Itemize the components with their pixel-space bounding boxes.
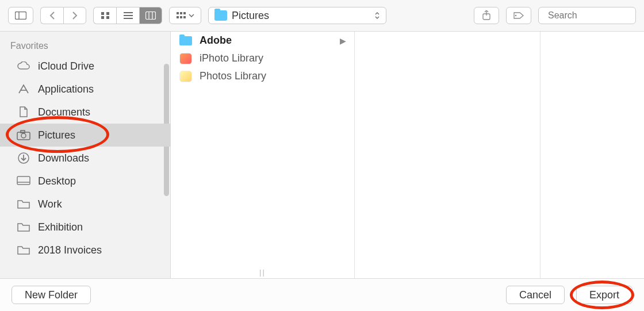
chevron-down-icon (189, 14, 194, 17)
sidebar-toggle-button[interactable] (8, 7, 33, 24)
button-label: New Folder (25, 289, 78, 301)
document-icon (16, 106, 31, 118)
sidebar-item-label: Downloads (38, 152, 89, 164)
svg-rect-9 (146, 12, 156, 20)
list-item[interactable]: Photos Library (171, 67, 354, 85)
folder-icon (179, 35, 193, 47)
sidebar-item-label: iCloud Drive (38, 60, 94, 72)
sidebar-heading: Favorites (0, 32, 170, 55)
folder-icon (16, 244, 31, 256)
list-item-label: iPhoto Library (200, 52, 346, 64)
columns-icon (145, 11, 156, 20)
column-resize-handle[interactable]: || (259, 268, 266, 277)
list-item[interactable]: Adobe ▶ (171, 32, 354, 49)
svg-rect-25 (21, 130, 25, 133)
desktop-icon (16, 175, 31, 187)
tag-icon (513, 11, 524, 20)
app-icon (179, 53, 193, 64)
svg-rect-2 (101, 12, 104, 15)
sidebar-item-2018-invoices[interactable]: 2018 Invoices (0, 239, 170, 262)
share-button[interactable] (474, 7, 499, 24)
main-split: Favorites iCloud Drive Applications Docu… (0, 32, 644, 279)
cloud-icon (16, 60, 31, 72)
sidebar-item-icloud[interactable]: iCloud Drive (0, 55, 170, 78)
folder-icon (16, 198, 31, 210)
current-folder-label: Pictures (232, 10, 370, 22)
sidebar-item-label: Exhibition (38, 221, 83, 233)
sidebar-item-applications[interactable]: Applications (0, 78, 170, 101)
forward-button[interactable] (63, 7, 86, 24)
column-0: Adobe ▶ iPhoto Library Photos Library || (171, 32, 355, 278)
sidebar-item-label: Applications (38, 83, 94, 95)
svg-rect-12 (177, 12, 179, 14)
sidebar-item-label: Pictures (38, 129, 75, 141)
camera-icon (16, 129, 31, 141)
svg-rect-17 (183, 16, 186, 18)
list-item[interactable]: iPhoto Library (171, 49, 354, 67)
updown-icon (374, 11, 380, 20)
button-label: Cancel (519, 289, 551, 301)
search-field[interactable] (538, 7, 636, 24)
view-mode-segment (93, 7, 162, 24)
sidebar-item-work[interactable]: Work (0, 193, 170, 216)
sidebar-item-desktop[interactable]: Desktop (0, 170, 170, 193)
svg-rect-13 (180, 12, 182, 14)
back-button[interactable] (40, 7, 63, 24)
footer: New Folder Cancel Export (0, 279, 644, 311)
svg-rect-4 (101, 16, 104, 19)
list-item-label: Photos Library (200, 70, 346, 82)
svg-rect-16 (180, 16, 182, 18)
svg-rect-0 (16, 12, 26, 20)
svg-point-26 (21, 133, 26, 138)
new-folder-button[interactable]: New Folder (12, 286, 91, 304)
sidebar-item-label: Work (38, 198, 62, 210)
download-icon (16, 152, 31, 164)
sidebar-item-documents[interactable]: Documents (0, 101, 170, 124)
column-1 (355, 32, 540, 278)
footer-right-group: Cancel Export (506, 286, 632, 304)
toolbar: Pictures (0, 0, 644, 32)
sidebar-item-label: 2018 Invoices (38, 244, 102, 256)
list-icon (124, 11, 133, 20)
sidebar-item-label: Documents (38, 106, 90, 118)
arrange-icon (176, 11, 186, 20)
chevron-right-icon: ▶ (340, 36, 346, 45)
chevron-right-icon (72, 11, 78, 20)
sidebar-item-label: Desktop (38, 175, 76, 187)
sidebar-item-pictures[interactable]: Pictures (0, 124, 170, 147)
sidebar-item-exhibition[interactable]: Exhibition (0, 216, 170, 239)
svg-point-20 (515, 15, 517, 17)
apps-icon (16, 83, 31, 95)
sidebar-icon (15, 11, 26, 20)
nav-segment (40, 7, 86, 24)
column-browser: Adobe ▶ iPhoto Library Photos Library || (171, 32, 644, 278)
arrange-button[interactable] (169, 7, 201, 24)
list-item-label: Adobe (200, 34, 333, 47)
button-label: Export (589, 289, 619, 301)
svg-rect-15 (177, 16, 179, 18)
svg-rect-5 (106, 16, 109, 19)
svg-rect-14 (183, 12, 186, 14)
sidebar-item-downloads[interactable]: Downloads (0, 147, 170, 170)
export-button[interactable]: Export (576, 286, 632, 304)
view-icons-button[interactable] (93, 7, 116, 24)
grid-icon (101, 11, 110, 20)
view-columns-button[interactable] (139, 7, 162, 24)
cancel-button[interactable]: Cancel (506, 286, 565, 304)
share-icon (482, 10, 491, 21)
chevron-left-icon (49, 11, 55, 20)
column-2 (540, 32, 644, 278)
tags-button[interactable] (506, 7, 531, 24)
view-list-button[interactable] (116, 7, 139, 24)
svg-rect-3 (106, 12, 109, 15)
search-input[interactable] (548, 10, 644, 21)
path-popup[interactable]: Pictures (208, 7, 386, 24)
app-icon (179, 71, 193, 82)
folder-icon (214, 10, 227, 21)
sidebar: Favorites iCloud Drive Applications Docu… (0, 32, 171, 278)
svg-rect-29 (17, 176, 30, 185)
folder-icon (16, 221, 31, 233)
